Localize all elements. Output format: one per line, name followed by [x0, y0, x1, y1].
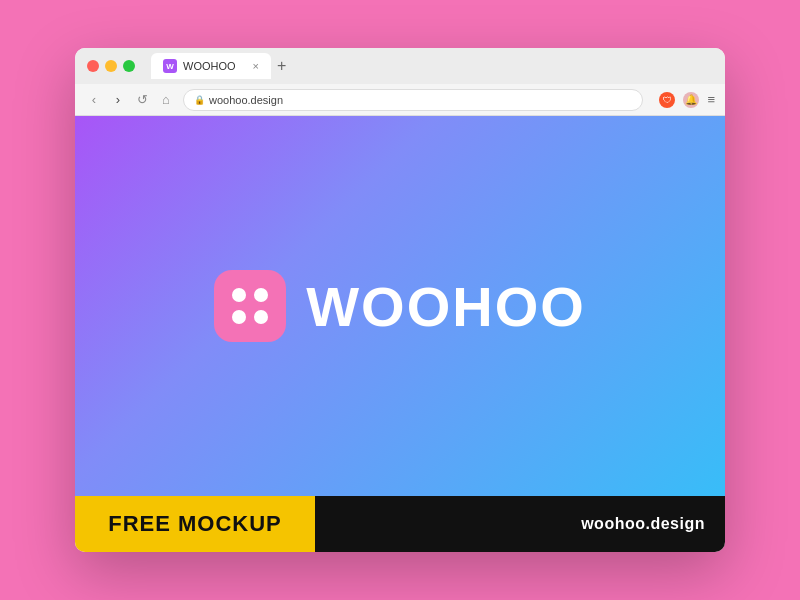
minimize-button[interactable]: [105, 60, 117, 72]
title-bar: W WOOHOO × +: [75, 48, 725, 84]
brand-name: WOOHOO: [306, 274, 586, 339]
main-content: WOOHOO: [75, 116, 725, 496]
dot-4: [254, 310, 268, 324]
forward-button[interactable]: ›: [109, 92, 127, 107]
traffic-lights: [87, 60, 135, 72]
tab-close-icon[interactable]: ×: [253, 60, 259, 72]
tab-favicon: W: [163, 59, 177, 73]
footer-left: FREE MOCKUP: [75, 496, 315, 552]
back-button[interactable]: ‹: [85, 92, 103, 107]
dot-1: [232, 288, 246, 302]
footer-bar: FREE MOCKUP woohoo.design: [75, 496, 725, 552]
logo-icon: [214, 270, 286, 342]
tab-area: W WOOHOO × +: [151, 53, 286, 79]
active-tab[interactable]: W WOOHOO ×: [151, 53, 271, 79]
footer-right: woohoo.design: [315, 496, 725, 552]
home-button[interactable]: ⌂: [157, 92, 175, 107]
browser-actions: 🛡 🔔 ≡: [659, 92, 715, 108]
brave-shield-icon[interactable]: 🛡: [659, 92, 675, 108]
notification-icon[interactable]: 🔔: [683, 92, 699, 108]
website-label: woohoo.design: [581, 515, 705, 533]
tab-label: WOOHOO: [183, 60, 236, 72]
address-bar: ‹ › ↺ ⌂ 🔒 woohoo.design 🛡 🔔 ≡: [75, 84, 725, 116]
refresh-button[interactable]: ↺: [133, 92, 151, 107]
menu-icon[interactable]: ≡: [707, 92, 715, 107]
dot-2: [254, 288, 268, 302]
close-button[interactable]: [87, 60, 99, 72]
dot-3: [232, 310, 246, 324]
new-tab-button[interactable]: +: [277, 58, 286, 74]
free-mockup-label: FREE MOCKUP: [108, 511, 282, 537]
url-text: woohoo.design: [209, 94, 283, 106]
dots-grid: [228, 284, 272, 328]
browser-window: W WOOHOO × + ‹ › ↺ ⌂ 🔒 woohoo.design 🛡 🔔: [75, 48, 725, 552]
maximize-button[interactable]: [123, 60, 135, 72]
url-bar[interactable]: 🔒 woohoo.design: [183, 89, 643, 111]
logo-area: WOOHOO: [214, 270, 586, 342]
lock-icon: 🔒: [194, 95, 205, 105]
nav-buttons: ‹ › ↺ ⌂: [85, 92, 175, 107]
